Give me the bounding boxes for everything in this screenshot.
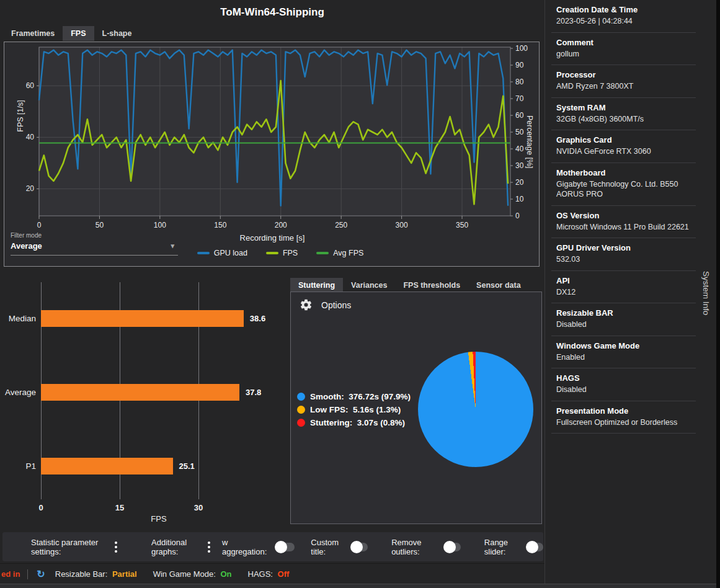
filter-mode-value: Average (11, 241, 42, 251)
menu-dots-icon[interactable] (113, 540, 119, 555)
sidebar-item-label: Presentation Mode (556, 406, 692, 416)
sidebar-item-label: Creation Date & Time (556, 5, 692, 14)
sidebar-item: Graphics CardNVIDIA GeForce RTX 3060 (551, 130, 696, 163)
svg-text:100: 100 (515, 44, 528, 53)
sidebar-item-label: Processor (556, 70, 692, 79)
sidebar-item: ProcessorAMD Ryzen 7 3800XT (551, 65, 696, 98)
sidebar-item-value: DX12 (556, 287, 692, 298)
bar-value-label: 25.1 (179, 461, 195, 471)
fps-line-chart-panel: 2040600102030405060708090100050100150200… (4, 42, 540, 267)
history-icon[interactable] (37, 568, 45, 580)
sidebar-item: System RAM32GB (4x8GB) 3600MT/s (551, 98, 696, 131)
sidebar-item-label: API (556, 276, 692, 285)
system-info-sidebar: Creation Date & Time2023-05-26 | 04:28:4… (544, 0, 700, 584)
bar-category-label: Average (0, 388, 36, 397)
bar-x-axis-label: FPS (122, 514, 196, 523)
y-axis-label-left: FPS [1/s] (16, 54, 25, 178)
svg-text:70: 70 (515, 94, 524, 103)
main-tab-bar: Frametimes FPS L-shape (3, 26, 140, 41)
stuttering-panel: Options Smooth: 376.72s (97.9%) Low FPS:… (290, 292, 542, 524)
sidebar-item-value: AMD Ryzen 7 3800XT (556, 81, 692, 92)
aggregation-label: w aggregation: (222, 538, 269, 556)
stuttering-pie-chart (418, 352, 533, 467)
sidebar-item-value: NVIDIA GeForce RTX 3060 (556, 146, 692, 157)
sidebar-item-value: 2023-05-26 | 04:28:44 (556, 16, 692, 27)
sidebar-item-label: Comment (556, 38, 692, 47)
sidebar-item-value: Disabled (556, 319, 692, 330)
menu-dots-icon[interactable] (206, 540, 212, 555)
win-game-mode-status: Win Game Mode: On (153, 569, 232, 579)
sidebar-item: Windows Game ModeEnabled (551, 336, 696, 369)
sidebar-item: Resizable BARDisabled (551, 303, 696, 336)
tab-frametimes[interactable]: Frametimes (3, 26, 63, 41)
sidebar-item-value: Disabled (556, 385, 692, 395)
additional-graphs-group: Additional graphs: (151, 538, 212, 556)
aggregation-group: w aggregation: (222, 538, 295, 556)
tab-sensor-data[interactable]: Sensor data (468, 278, 529, 293)
options-row[interactable]: Options (300, 298, 351, 311)
legend-item-fps: FPS (266, 249, 298, 257)
sidebar-item-label: HAGS (556, 373, 692, 383)
legend-label: GPU load (214, 249, 247, 257)
filter-mode-dropdown[interactable]: Average (11, 241, 178, 256)
options-label: Options (321, 300, 351, 310)
bar-value-label: 37.8 (246, 388, 261, 397)
bottom-toolbar: Statistic parameter settings: Additional… (2, 532, 543, 561)
tab-stuttering[interactable]: Stuttering (290, 278, 343, 293)
sidebar-item-value: gollum (556, 49, 692, 60)
tab-fps-thresholds[interactable]: FPS thresholds (395, 278, 468, 293)
filter-mode-block: Filter mode Average (11, 232, 182, 256)
statistic-parameter-settings-group: Statistic parameter settings: (31, 538, 119, 556)
resizable-bar-value: Partial (112, 569, 137, 579)
resizable-bar-label: Resizable Bar: (55, 569, 108, 579)
hags-label: HAGS: (248, 569, 273, 579)
legend-item-avg-fps: Avg FPS (316, 249, 363, 257)
range-slider-label: Range slider: (484, 538, 520, 556)
pie-legend-item-smooth: Smooth: 376.72s (97.9%) (297, 390, 411, 403)
svg-text:60: 60 (26, 81, 35, 90)
bar-value-label: 38.6 (250, 314, 265, 323)
legend-item-gpu-load: GPU load (197, 249, 247, 257)
custom-title-toggle[interactable] (352, 543, 368, 551)
svg-text:40: 40 (26, 133, 35, 141)
tab-fps[interactable]: FPS (63, 26, 94, 41)
sidebar-item: MotherboardGigabyte Technology Co. Ltd. … (551, 163, 696, 206)
pie-legend: Smooth: 376.72s (97.9%) Low FPS: 5.16s (… (297, 390, 411, 429)
gear-icon[interactable] (300, 298, 313, 311)
sidebar-item: Commentgollum (551, 33, 696, 66)
svg-text:80: 80 (515, 78, 524, 86)
system-info-tab[interactable]: System Info (701, 271, 711, 315)
resizable-bar-status: Resizable Bar: Partial (55, 569, 137, 579)
svg-text:50: 50 (96, 221, 104, 229)
svg-text:100: 100 (154, 221, 166, 229)
win-game-mode-value: On (220, 569, 231, 579)
sidebar-item-value: Microsoft Windows 11 Pro Build 22621 (556, 222, 692, 233)
gpu-load-swatch-icon (197, 252, 210, 254)
range-slider-toggle[interactable] (527, 543, 543, 551)
pie-legend-item-stuttering: Stuttering: 3.07s (0.8%) (297, 416, 411, 429)
svg-text:250: 250 (335, 221, 347, 229)
fps-swatch-icon (266, 252, 278, 254)
sidebar-item: APIDX12 (551, 271, 696, 304)
legend-label: FPS (283, 249, 298, 257)
sidebar-item: Presentation ModeFullscreen Optimized or… (551, 401, 696, 434)
sidebar-item-label: OS Version (556, 211, 692, 220)
avg-fps-swatch-icon (316, 252, 329, 254)
y-axis-label-right: Percentage [%] (525, 115, 534, 215)
sidebar-item-label: Windows Game Mode (556, 341, 692, 350)
remove-outliers-toggle[interactable] (445, 543, 461, 551)
tab-variances[interactable]: Variances (343, 278, 395, 293)
sidebar-item-label: Resizable BAR (556, 308, 692, 318)
aggregation-toggle[interactable] (276, 543, 295, 551)
chart-legend: GPU load FPS Avg FPS (147, 249, 414, 257)
sidebar-item-value: Fullscreen Optimized or Borderless (556, 417, 692, 428)
tab-l-shape[interactable]: L-shape (94, 26, 140, 41)
sidebar-item: HAGSDisabled (551, 368, 696, 401)
svg-text:200: 200 (275, 221, 287, 229)
bar-average (41, 384, 239, 401)
win-game-mode-label: Win Game Mode: (153, 569, 216, 579)
svg-text:150: 150 (214, 221, 226, 229)
x-tick-label: 30 (186, 503, 211, 512)
pie-legend-item-low-fps: Low FPS: 5.16s (1.3%) (297, 403, 411, 416)
x-tick-label: 15 (107, 503, 132, 512)
